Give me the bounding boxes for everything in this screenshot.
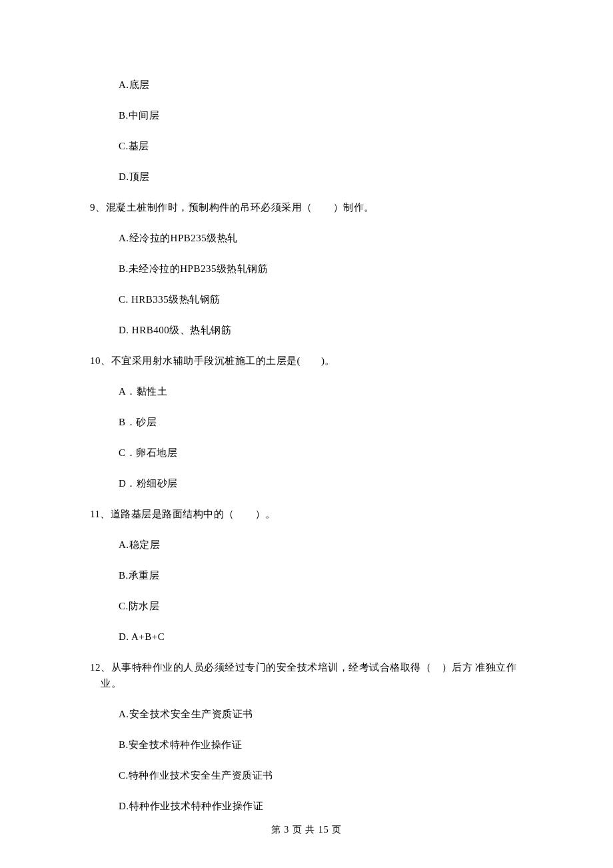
question-12: 12、从事特种作业的人员必须经过专门的安全技术培训，经考试合格取得（ ）后方 准… [90,659,536,814]
option-a: A．黏性土 [119,383,536,399]
question-text: 9、混凝土桩制作时，预制构件的吊环必须采用（ ）制作。 [90,199,536,215]
question-text: 11、道路基层是路面结构中的（ ）。 [90,506,536,522]
question-10: 10、不宜采用射水辅助手段沉桩施工的土层是( )。 A．黏性土 B．砂层 C．卵… [90,353,536,491]
question-11: 11、道路基层是路面结构中的（ ）。 A.稳定层 B.承重层 C.防水层 D. … [90,506,536,645]
option-b: B.安全技术特种作业操作证 [119,737,536,753]
option-b: B.承重层 [119,567,536,583]
question-9: 9、混凝土桩制作时，预制构件的吊环必须采用（ ）制作。 A.经冷拉的HPB235… [90,199,536,338]
question-text: 10、不宜采用射水辅助手段沉桩施工的土层是( )。 [90,353,536,369]
option-d: D.特种作业技术特种作业操作证 [119,798,536,814]
page-footer: 第 3 页 共 15 页 [0,824,613,836]
option-d: D. A+B+C [119,629,536,645]
option-d: D.顶层 [119,169,536,185]
option-list: A.底层 B.中间层 C.基层 D.顶层 [90,77,536,185]
option-c: C.特种作业技术安全生产资质证书 [119,767,536,783]
option-d: D．粉细砂层 [119,475,536,491]
option-c: C.防水层 [119,598,536,614]
page-content: A.底层 B.中间层 C.基层 D.顶层 9、混凝土桩制作时，预制构件的吊环必须… [0,0,613,814]
option-c: C.基层 [119,138,536,154]
option-a: A.稳定层 [119,537,536,553]
option-list: A.经冷拉的HPB235级热轧 B.未经冷拉的HPB235级热轧钢筋 C. HR… [90,230,536,338]
option-c: C．卵石地层 [119,445,536,461]
option-a: A.安全技术安全生产资质证书 [119,706,536,722]
option-a: A.底层 [119,77,536,93]
option-list: A.稳定层 B.承重层 C.防水层 D. A+B+C [90,537,536,645]
option-c: C. HRB335级热轧钢筋 [119,291,536,307]
option-list: A．黏性土 B．砂层 C．卵石地层 D．粉细砂层 [90,383,536,491]
option-a: A.经冷拉的HPB235级热轧 [119,230,536,246]
option-d: D. HRB400级、热轧钢筋 [119,322,536,338]
option-b: B．砂层 [119,414,536,430]
option-b: B.未经冷拉的HPB235级热轧钢筋 [119,261,536,277]
option-b: B.中间层 [119,107,536,123]
option-list: A.安全技术安全生产资质证书 B.安全技术特种作业操作证 C.特种作业技术安全生… [90,706,536,814]
question-text: 12、从事特种作业的人员必须经过专门的安全技术培训，经考试合格取得（ ）后方 准… [90,659,536,691]
question-8-options: A.底层 B.中间层 C.基层 D.顶层 [90,77,536,185]
